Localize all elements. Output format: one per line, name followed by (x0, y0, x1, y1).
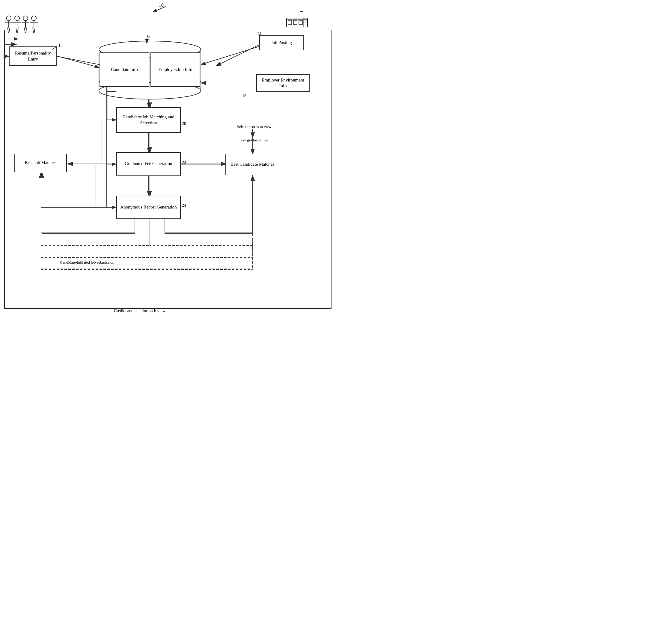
person-head (6, 16, 12, 21)
person-head (31, 16, 37, 21)
employer-job-info-box: Employer/Job Info (151, 53, 200, 87)
anon-report-box: Anonymous Report Generation (116, 196, 181, 219)
job-posting-label: Job Posting (271, 40, 292, 46)
graduated-fee-label: Graduated Fee Generation (125, 161, 172, 167)
credit-candidate-label: Credit candidate for each view (114, 309, 166, 313)
person-head (14, 16, 20, 21)
ref-24-label: 24 (182, 203, 186, 208)
person-figures (6, 16, 37, 33)
resume-personality-entry-box: Resume/Personality Entry (9, 46, 57, 66)
best-candidate-matches-box: Best Candidate Matches (225, 154, 280, 175)
matching-selection-label: Candidate/Job Matching and Selection (119, 114, 178, 126)
best-job-matches-box: Best Job Matches (14, 154, 67, 172)
ref-22-label: 22 (182, 160, 186, 165)
person-figure-1 (6, 16, 12, 33)
graduated-fee-box: Graduated Fee Generation (116, 152, 181, 176)
employer-job-info-label: Employer/Job Info (158, 67, 192, 73)
candidate-info-label: Candidate Info (111, 67, 138, 73)
svg-rect-55 (299, 20, 303, 24)
ref-20-label: 20 (182, 121, 186, 126)
ref-12-label: 12 (58, 43, 63, 48)
candidate-job-sub-label: Candidate-initiated job submission (60, 260, 114, 265)
svg-line-69 (201, 46, 259, 64)
person-figure-2 (14, 16, 20, 33)
best-job-matches-label: Best Job Matches (25, 160, 57, 166)
svg-rect-54 (293, 20, 297, 24)
job-posting-box: Job Posting (259, 35, 304, 50)
select-records-label: Select records to view (224, 124, 284, 129)
diagram-container: 10 Resume/Personality Entry 12 Job Posti… (0, 0, 336, 318)
resume-personality-entry-label: Resume/Personality Entry (12, 50, 54, 62)
svg-line-14 (216, 44, 261, 66)
person-figure-4 (31, 16, 37, 33)
ref-14-label: 14 (257, 32, 261, 36)
employer-environment-info-box: Employer Environment Info (256, 74, 310, 92)
anon-report-label: Anonymous Report Generation (120, 204, 176, 210)
person-figure-3 (23, 16, 28, 33)
svg-line-68 (57, 56, 99, 67)
ref-18-label: 18 (146, 35, 151, 39)
matching-selection-box: Candidate/Job Matching and Selection (116, 107, 181, 133)
employer-environment-info-label: Employer Environment Info (259, 77, 307, 89)
ref-16-label: 16 (242, 94, 246, 99)
person-head (23, 16, 28, 21)
svg-rect-56 (300, 12, 303, 18)
ref-10-label: 10 (159, 2, 164, 8)
factory-icon (285, 9, 309, 29)
pay-graduated-label: Pay graduated fee (224, 138, 284, 143)
best-candidate-matches-label: Best Candidate Matches (230, 161, 274, 167)
svg-rect-53 (288, 20, 292, 24)
candidate-info-box: Candidate Info (99, 53, 149, 87)
